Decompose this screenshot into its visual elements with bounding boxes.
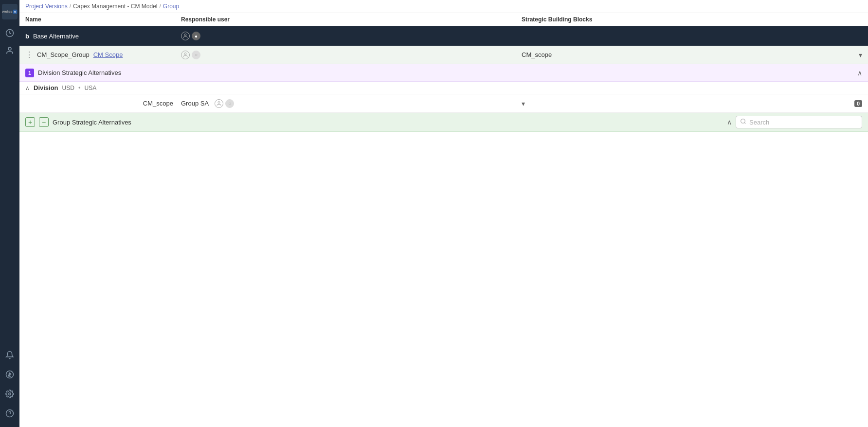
division-sa-section: 1 Division Strategic Alternatives ∧ — [19, 64, 868, 82]
base-toggle-active[interactable]: ● — [192, 32, 200, 40]
cm-scope-name-label: CM_scope — [143, 100, 173, 107]
breadcrumb-sep-2: / — [159, 3, 161, 10]
bell-icon[interactable] — [2, 347, 18, 363]
cm-scope-row: CM_scope Group SA ○ ▾ 0 — [19, 94, 868, 113]
division-sa-badge: 1 — [25, 69, 34, 77]
dollar-icon[interactable] — [2, 367, 18, 382]
table-area: Name Responsible user Strategic Building… — [19, 13, 868, 427]
settings-icon[interactable] — [2, 386, 18, 402]
svg-line-12 — [744, 123, 745, 124]
main-content: Project Versions / Capex Management - CM… — [19, 0, 868, 427]
division-collapse-icon[interactable]: ∧ — [25, 85, 30, 91]
cm-scope-strategic-cell: ▾ 0 — [522, 100, 862, 107]
division-region: USA — [84, 85, 96, 91]
breadcrumb-capex: Capex Management - CM Model — [73, 3, 157, 10]
cm-scope-responsible-cell: Group SA ○ — [181, 99, 522, 108]
search-icon — [740, 118, 746, 126]
group-toggle-inactive[interactable]: ○ — [192, 51, 200, 59]
breadcrumb: Project Versions / Capex Management - CM… — [19, 0, 868, 13]
collapse-group-sa-button[interactable]: − — [39, 117, 49, 127]
group-strategic-value: CM_scope — [522, 51, 552, 58]
column-headers: Name Responsible user Strategic Building… — [19, 13, 868, 26]
svg-point-9 — [184, 53, 186, 54]
cm-scope-toggle-inactive[interactable]: ○ — [225, 99, 234, 108]
clock-icon[interactable] — [2, 25, 18, 41]
group-toggle-user[interactable] — [181, 51, 190, 59]
breadcrumb-group[interactable]: Group — [163, 3, 179, 10]
col-header-name: Name — [25, 16, 181, 23]
base-name-cell: b Base Alternative — [25, 33, 181, 40]
sidebar-logo: weiss W — [2, 4, 18, 19]
division-header-row: ∧ Division USD • USA — [19, 82, 868, 94]
base-letter: b — [25, 33, 29, 40]
cm-scope-group-row: ⋮ CM_Scope_Group CM Scope ○ CM_scope ▾ — [19, 46, 868, 64]
svg-point-3 — [8, 47, 11, 50]
cm-scope-chevron-down-icon[interactable]: ▾ — [522, 100, 525, 107]
breadcrumb-project-versions[interactable]: Project Versions — [25, 3, 68, 10]
group-name-cell: ⋮ CM_Scope_Group CM Scope — [25, 50, 181, 59]
cm-scope-name-cell: CM_scope — [25, 100, 181, 107]
col-header-strategic: Strategic Building Blocks — [522, 16, 862, 23]
group-responsible-cell: ○ — [181, 51, 522, 59]
base-toggle-user[interactable] — [181, 32, 190, 40]
search-input[interactable] — [749, 119, 858, 126]
svg-point-11 — [741, 119, 745, 124]
col-header-responsible: Responsible user — [181, 16, 522, 23]
svg-point-10 — [218, 101, 220, 103]
group-sa-chevron-icon[interactable]: ∧ — [727, 118, 732, 126]
division-currency: USD — [62, 85, 74, 91]
group-chevron-down-icon[interactable]: ▾ — [859, 51, 862, 59]
division-bullet: • — [78, 84, 81, 91]
search-box[interactable] — [736, 116, 862, 128]
cm-scope-toggle-user[interactable] — [215, 99, 223, 108]
base-alternative-row: b Base Alternative ● — [19, 26, 868, 46]
group-sa-section-row: + − Group Strategic Alternatives ∧ — [19, 113, 868, 132]
svg-point-5 — [9, 393, 11, 395]
menu-dots-icon[interactable]: ⋮ — [25, 50, 33, 59]
user-icon[interactable] — [2, 43, 18, 58]
svg-point-8 — [184, 34, 186, 36]
group-strategic-cell: CM_scope ▾ — [522, 51, 862, 59]
division-sa-label: Division Strategic Alternatives — [38, 69, 857, 76]
cm-scope-zero-badge: 0 — [854, 100, 862, 107]
group-sa-name: Group SA — [181, 100, 209, 107]
svg-text:W: W — [14, 11, 16, 13]
breadcrumb-sep-1: / — [70, 3, 71, 10]
division-sa-collapse-icon[interactable]: ∧ — [857, 69, 862, 77]
help-icon[interactable] — [2, 406, 18, 421]
base-responsible-cell: ● — [181, 32, 522, 40]
sidebar: weiss W — [0, 0, 19, 427]
add-group-sa-button[interactable]: + — [25, 117, 35, 127]
cm-scope-link[interactable]: CM Scope — [93, 51, 123, 58]
division-label: Division — [34, 84, 58, 91]
group-sa-section-label: Group Strategic Alternatives — [53, 119, 723, 126]
base-alternative-label: Base Alternative — [33, 33, 79, 40]
group-name-label: CM_Scope_Group — [37, 51, 90, 58]
